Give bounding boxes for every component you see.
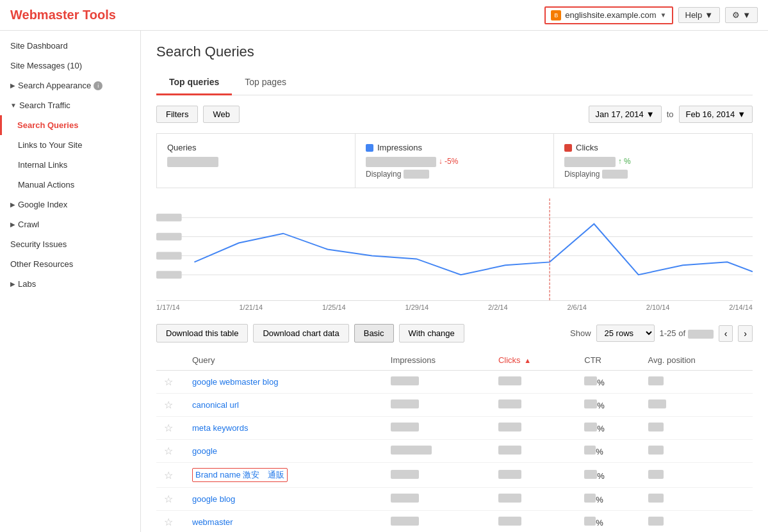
impressions-value <box>366 157 436 167</box>
star-button[interactable]: ☆ <box>164 470 173 481</box>
query-link[interactable]: google blog <box>192 494 235 504</box>
sidebar-item-search-appearance[interactable]: ▶ Search Appearance i <box>0 76 140 95</box>
clicks-value <box>564 157 616 167</box>
table-row-query: google webmaster blog <box>184 371 383 394</box>
col-clicks[interactable]: Clicks ▲ <box>491 350 576 371</box>
date-to-arrow: ▼ <box>737 109 746 119</box>
sidebar-item-site-messages[interactable]: Site Messages (10) <box>0 56 140 76</box>
sidebar-item-label: Links to Your Site <box>18 140 82 150</box>
header: Webmaster Tools B englishsite.example.co… <box>0 0 768 31</box>
table-row-avg-position <box>641 440 753 463</box>
chart-svg <box>156 198 753 300</box>
queries-value <box>167 157 218 167</box>
header-right: B englishsite.example.com ▼ Help ▼ ⚙ ▼ <box>544 6 758 24</box>
sort-arrow-icon: ▲ <box>524 357 531 364</box>
sidebar-item-crawl[interactable]: ▶ Crawl <box>0 214 140 234</box>
query-link[interactable]: google webmaster blog <box>192 377 278 387</box>
basic-view-button[interactable]: Basic <box>354 324 394 343</box>
sidebar-item-security-issues[interactable]: Security Issues <box>0 234 140 254</box>
sidebar-item-labs[interactable]: ▶ Labs <box>0 274 140 294</box>
sidebar-item-manual-actions[interactable]: Manual Actions <box>0 175 140 195</box>
clicks-displaying: Displaying <box>564 170 600 179</box>
table-row-clicks <box>491 417 576 440</box>
chart-date-5: 2/6/14 <box>567 303 587 311</box>
help-button[interactable]: Help ▼ <box>678 7 721 23</box>
table-row-query: canonical url <box>184 394 383 417</box>
table-row-ctr: % <box>576 488 640 511</box>
table-row-query: webmaster <box>184 511 383 532</box>
download-table-button[interactable]: Download this table <box>156 324 248 343</box>
web-filter-button[interactable]: Web <box>203 106 240 123</box>
gear-icon: ⚙ <box>732 10 740 20</box>
sidebar-item-internal-links[interactable]: Internal Links <box>0 155 140 175</box>
tabs-bar: Top queries Top pages <box>156 70 753 95</box>
tab-top-pages[interactable]: Top pages <box>232 70 299 95</box>
table-row-ctr: % <box>576 394 640 417</box>
download-chart-button[interactable]: Download chart data <box>253 324 348 343</box>
total-count <box>688 330 714 339</box>
site-selector[interactable]: B englishsite.example.com ▼ <box>544 6 673 24</box>
page-title: Search Queries <box>156 44 753 60</box>
sidebar-item-label: Site Messages (10) <box>10 61 82 70</box>
clicks-dot <box>564 144 572 152</box>
table-row-impressions <box>383 511 491 532</box>
sidebar-item-label: Manual Actions <box>18 180 74 189</box>
table-row-impressions <box>383 417 491 440</box>
impressions-display-val <box>404 170 429 179</box>
table-row-avg-position <box>641 417 753 440</box>
with-change-button[interactable]: With change <box>399 324 464 343</box>
impressions-change: ↓ -5% <box>439 157 459 166</box>
date-from-label: Jan 17, 2014 <box>596 109 644 119</box>
date-range: Jan 17, 2014 ▼ to Feb 16, 2014 ▼ <box>589 106 753 123</box>
table-row-avg-position <box>641 463 753 488</box>
query-link[interactable]: webmaster <box>192 517 233 527</box>
chart-date-labels: 1/17/14 1/21/14 1/25/14 1/29/14 2/2/14 2… <box>156 301 753 319</box>
query-link[interactable]: canonical url <box>192 400 239 410</box>
col-star <box>156 350 184 371</box>
sidebar-item-search-queries[interactable]: Search Queries <box>0 115 140 135</box>
date-to-button[interactable]: Feb 16, 2014 ▼ <box>679 106 753 123</box>
rows-select[interactable]: 25 rows 10 rows 50 rows 100 rows <box>596 325 655 342</box>
info-icon: i <box>94 81 102 90</box>
clicks-change: ↑ % <box>618 157 631 166</box>
star-button[interactable]: ☆ <box>164 376 173 387</box>
next-page-button[interactable]: › <box>738 325 753 342</box>
sidebar-item-links-to-your-site[interactable]: Links to Your Site <box>0 135 140 155</box>
sidebar-item-label: Internal Links <box>18 160 67 170</box>
query-link[interactable]: meta keywords <box>192 423 248 433</box>
app-logo: Webmaster Tools <box>10 8 116 22</box>
queries-label: Queries <box>167 143 197 152</box>
sidebar-item-label: Search Traffic <box>19 101 70 110</box>
sidebar-item-search-traffic[interactable]: ▼ Search Traffic <box>0 95 140 115</box>
site-name: englishsite.example.com <box>565 10 656 20</box>
table-row-clicks <box>491 371 576 394</box>
flagged-query-link[interactable]: Brand name 激安 通販 <box>192 468 288 482</box>
chevron-right-icon: ▶ <box>10 82 15 89</box>
tab-top-queries[interactable]: Top queries <box>156 70 232 95</box>
table-row-ctr: % <box>576 440 640 463</box>
query-link[interactable]: google <box>192 446 217 456</box>
chevron-right-icon: ▶ <box>10 201 15 208</box>
table-row-ctr: % <box>576 463 640 488</box>
filters-button[interactable]: Filters <box>156 106 198 123</box>
sidebar-item-other-resources[interactable]: Other Resources <box>0 254 140 274</box>
star-button[interactable]: ☆ <box>164 494 173 504</box>
star-button[interactable]: ☆ <box>164 517 173 528</box>
sidebar-item-label: Site Dashboard <box>10 41 68 51</box>
impressions-dot <box>366 144 373 152</box>
chart-date-4: 2/2/14 <box>488 303 508 311</box>
settings-button[interactable]: ⚙ ▼ <box>725 7 758 23</box>
star-button[interactable]: ☆ <box>164 446 173 456</box>
star-button[interactable]: ☆ <box>164 399 173 410</box>
date-from-button[interactable]: Jan 17, 2014 ▼ <box>589 106 662 123</box>
table-row-impressions <box>383 371 491 394</box>
prev-page-button[interactable]: ‹ <box>719 325 733 342</box>
sidebar-item-label: Crawl <box>18 220 39 229</box>
sidebar-item-label: Other Resources <box>10 259 73 269</box>
star-button[interactable]: ☆ <box>164 423 173 433</box>
sidebar-item-google-index[interactable]: ▶ Google Index <box>0 195 140 214</box>
stat-impressions: Impressions ↓ -5% Displaying <box>355 134 554 188</box>
table-row-clicks <box>491 440 576 463</box>
stats-row: Queries Impressions ↓ -5% Displaying <box>156 133 753 188</box>
sidebar-item-site-dashboard[interactable]: Site Dashboard <box>0 36 140 56</box>
